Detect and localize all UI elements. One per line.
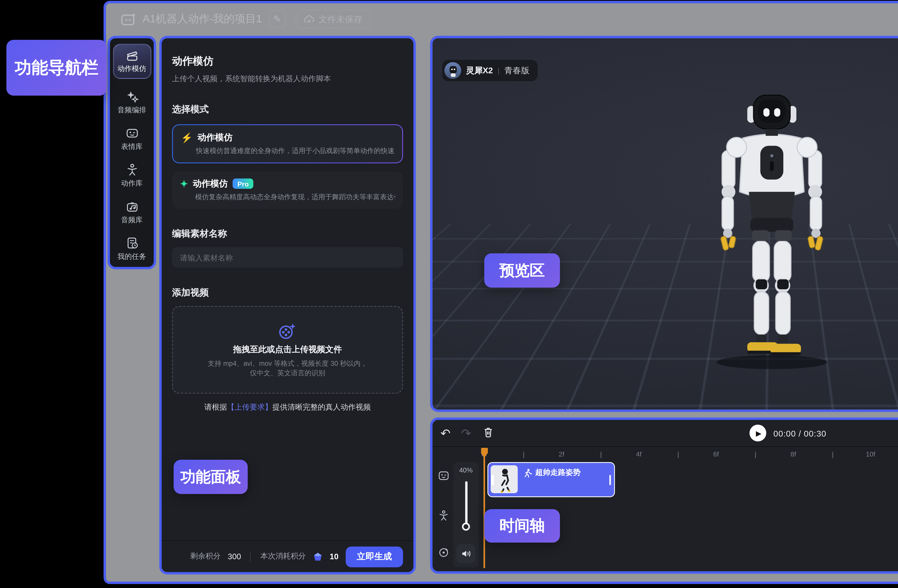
model-name: 灵犀X2 — [466, 65, 493, 76]
annotation-timeline-label: 时间轴 — [484, 509, 560, 543]
model-badge: 灵犀X2 | 青春版 — [442, 60, 537, 82]
sidebar-item-my-tasks[interactable]: 我的任务 — [117, 237, 146, 262]
time-display: 00:00 / 00:30 — [773, 429, 826, 438]
upload-requirement-link[interactable]: 【上传要求】 — [227, 402, 272, 411]
playhead-line — [484, 448, 485, 568]
clip-trim-right[interactable] — [609, 475, 611, 485]
sidebar-item-audio-library[interactable]: 音频库 — [121, 200, 143, 225]
volume-slider-handle[interactable] — [462, 523, 470, 531]
sidebar-item-motion-mimic[interactable]: 动作模仿 — [113, 44, 151, 79]
task-clock-icon — [125, 237, 138, 249]
upload-hint-1: 支持 mp4、avi、mov 等格式，视频长度 30 秒以内， — [208, 359, 367, 368]
model-avatar — [444, 62, 461, 79]
cost-label: 本次消耗积分 — [260, 551, 306, 562]
running-person-icon — [523, 468, 532, 478]
generate-now-button[interactable]: 立即生成 — [346, 546, 403, 567]
model-edition: 青春版 — [504, 65, 529, 76]
film-reel-icon — [277, 322, 298, 341]
app-window: A1机器人动作-我的项目1 ✎ 文件未保存 合成并保存 下发到设备 — [104, 1, 898, 584]
redo-button[interactable]: ↷ — [461, 427, 471, 439]
credits-label: 剩余积分 — [191, 551, 221, 562]
mode-card-pro[interactable]: ✦ 动作模仿 Pro 模仿复杂高精度高动态全身动作复现，适用于舞蹈功夫等丰富表达… — [172, 171, 403, 209]
badge-divider: | — [498, 66, 500, 74]
annotation-preview-label: 预览区 — [484, 253, 560, 288]
panel-title: 动作模仿 — [172, 38, 403, 69]
timeline-toolbar: ↶ ↷ ▶ 00:00 / 00:30 — [432, 420, 898, 447]
cost-value: 10 — [329, 552, 338, 561]
material-name-input[interactable] — [172, 247, 403, 268]
mode-desc: 模仿复杂高精度高动态全身动作复现，适用于舞蹈功夫等丰富表达创作表演 — [195, 193, 395, 202]
undo-button[interactable]: ↶ — [440, 427, 451, 439]
volume-slider-track[interactable] — [465, 481, 467, 528]
add-video-label: 添加视频 — [172, 287, 403, 299]
gem-icon — [313, 552, 322, 561]
mode-section-title: 选择模式 — [172, 104, 403, 116]
delete-clip-button[interactable] — [483, 426, 494, 438]
timeline-clip[interactable]: 超帅走路姿势 — [487, 462, 615, 497]
trash-icon — [483, 426, 494, 438]
motion-track-icon[interactable] — [438, 510, 449, 521]
robot-face-icon — [125, 127, 138, 139]
footer-divider: │ — [248, 552, 253, 561]
screenshot-stage: A1机器人动作-我的项目1 ✎ 文件未保存 合成并保存 下发到设备 — [0, 0, 898, 588]
volume-value: 40% — [453, 466, 479, 474]
sidebar-item-audio-arrange[interactable]: 音频编排 — [117, 90, 146, 115]
volume-column: 40% — [453, 462, 479, 567]
play-button[interactable]: ▶ — [749, 425, 766, 442]
lightning-icon: ⚡ — [181, 132, 193, 143]
clip-thumbnail — [491, 465, 518, 493]
sidebar-nav: 动作模仿 音频编排 表情库 动作库 音频库 我的任务 — [108, 36, 156, 269]
mode-name: 动作模仿 — [193, 178, 228, 190]
sparkles-icon — [125, 90, 138, 103]
person-icon — [125, 163, 138, 176]
upload-hint-2: 仅中文、英文语言的识别 — [208, 368, 367, 378]
upload-requirement-note: 请根据【上传要求】提供清晰完整的真人动作视频 — [172, 402, 403, 413]
sidebar-item-motion-library[interactable]: 动作库 — [121, 163, 143, 189]
clip-title: 超帅走路姿势 — [535, 468, 581, 478]
expression-track-icon[interactable] — [438, 470, 449, 481]
panel-footer: 剩余积分 300 │ 本次消耗积分 10 立即生成 — [161, 540, 413, 572]
mute-button[interactable] — [457, 544, 475, 563]
mode-name: 动作模仿 — [198, 131, 232, 143]
mode-desc: 快速模仿普通难度的全身动作，适用于小品戏剧等简单动作的快速演绎 — [196, 146, 394, 156]
preview-viewport[interactable]: 灵犀X2 | 青春版 Z Y — [432, 38, 898, 409]
material-name-label: 编辑素材名称 — [172, 228, 403, 240]
upload-title: 拖拽至此或点击上传视频文件 — [233, 344, 342, 356]
credits-value: 300 — [228, 552, 241, 561]
preview-area: 灵犀X2 | 青春版 Z Y — [430, 36, 898, 412]
clapperboard-icon — [125, 49, 138, 62]
sparkle-icon: ✦ — [180, 178, 188, 189]
annotation-panel-label: 功能面板 — [174, 460, 248, 494]
audio-track-icon[interactable] — [438, 546, 449, 558]
robot-model[interactable] — [687, 83, 856, 374]
sidebar-item-expression-library[interactable]: 表情库 — [121, 127, 143, 152]
timeline-panel: ↶ ↷ ▶ 00:00 / 00:30 — [430, 417, 898, 574]
pro-badge: Pro — [232, 179, 254, 189]
clip-trim-left[interactable] — [491, 475, 494, 485]
mode-card-standard[interactable]: ⚡ 动作模仿 快速模仿普通难度的全身动作，适用于小品戏剧等简单动作的快速演绎 — [172, 124, 403, 163]
speaker-icon — [461, 549, 471, 559]
video-upload-dropzone[interactable]: 拖拽至此或点击上传视频文件 支持 mp4、avi、mov 等格式，视频长度 30… — [172, 306, 403, 394]
annotation-nav-label: 功能导航栏 — [6, 40, 107, 95]
panel-subtitle: 上传个人视频，系统智能转换为机器人动作脚本 — [172, 74, 403, 85]
music-case-icon — [125, 200, 138, 213]
